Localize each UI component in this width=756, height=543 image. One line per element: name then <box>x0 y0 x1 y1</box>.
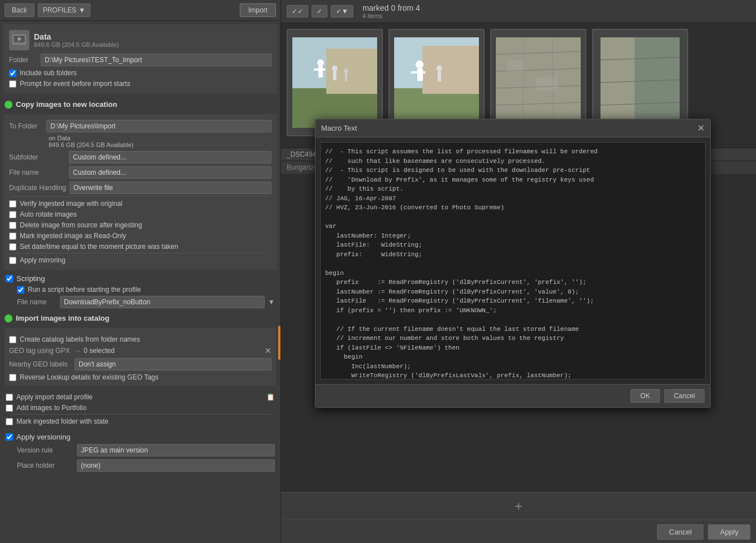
prompt-event-label: Prompt for event before import starts <box>20 80 130 88</box>
versioning-checkbox[interactable] <box>6 433 13 441</box>
copy-dot-icon <box>5 101 12 109</box>
portfolio-checkbox[interactable] <box>6 404 13 412</box>
checkmark-all-button[interactable]: ✓✓ <box>287 5 308 18</box>
import-detail-row: Apply import detail profile 📋 <box>6 393 275 401</box>
setdatetime-row: Set date/time equal to the moment pictur… <box>9 243 271 251</box>
verify-checkbox[interactable] <box>9 200 16 208</box>
reverse-lookup-row: Reverse Lookup details for existing GEO … <box>9 373 271 381</box>
reverse-lookup-label: Reverse Lookup details for existing GEO … <box>20 373 158 381</box>
svg-rect-33 <box>535 77 558 91</box>
geo-clear-button[interactable]: ✕ <box>265 346 271 355</box>
svg-point-21 <box>437 66 442 71</box>
autorotate-checkbox[interactable] <box>9 211 16 218</box>
script-file-label: File name <box>17 298 57 306</box>
source-folder-select[interactable]: D:\My Pictures\TEST_To_Import <box>41 54 271 66</box>
cancel-button[interactable]: Cancel <box>657 524 703 540</box>
svg-rect-3 <box>14 43 25 44</box>
run-before-label: Run a script before starting the profile <box>28 286 141 294</box>
dialog-cancel-button[interactable]: Cancel <box>664 389 705 403</box>
svg-point-18 <box>416 61 424 68</box>
source-title: Data <box>34 32 119 41</box>
version-rule-row: Version rule JPEG as main version <box>17 444 275 456</box>
svg-point-11 <box>332 66 338 71</box>
version-rule-select[interactable]: JPEG as main version <box>77 444 275 456</box>
apply-button[interactable]: Apply <box>708 524 750 540</box>
bottom-options: Apply import detail profile 📋 Add images… <box>0 388 280 428</box>
portfolio-row: Add images to Portfolio <box>6 404 275 412</box>
import-detail-label: Apply import detail profile <box>16 393 93 401</box>
import-detail-icon[interactable]: 📋 <box>266 393 275 401</box>
scripting-checkbox[interactable] <box>6 275 13 282</box>
mirroring-row: Apply mirroring <box>9 256 271 264</box>
reverse-lookup-checkbox[interactable] <box>9 374 16 381</box>
placeholder-label: Place holder <box>17 462 74 469</box>
scrollbar-track[interactable] <box>278 0 280 543</box>
geo-value: 0 selected <box>84 347 115 355</box>
svg-rect-19 <box>417 68 423 81</box>
scripting-label: Scripting <box>16 274 45 283</box>
copy-section: To Folder D:\My Pictures\Import on Data … <box>3 114 277 270</box>
add-icon: + <box>515 498 522 514</box>
top-bar: Back PROFILES ▼ Import <box>0 0 280 21</box>
to-folder-label: To Folder <box>9 122 43 130</box>
scripting-indent: Run a script before starting the profile… <box>17 286 275 308</box>
setdatetime-label: Set date/time equal to the moment pictur… <box>20 243 178 251</box>
nearby-geo-select[interactable]: Don't assign <box>75 358 271 370</box>
count-main: marked 0 from 4 <box>362 3 420 12</box>
profiles-label: PROFILES <box>43 6 76 14</box>
filename-select[interactable]: Custom defined... <box>69 166 271 179</box>
svg-point-2 <box>18 37 21 41</box>
source-folder-label: Folder <box>9 56 37 64</box>
add-bar[interactable]: + <box>281 492 756 520</box>
geo-label: GEO tag using GPX <box>9 347 71 355</box>
setdatetime-checkbox[interactable] <box>9 243 16 251</box>
include-subfolders-row: Include sub folders <box>9 69 271 77</box>
to-folder-select[interactable]: D:\My Pictures\Import <box>46 120 271 132</box>
nearby-geo-row: Nearby GEO labels Don't assign <box>9 358 271 370</box>
script-file-select[interactable]: DownloadByPrefix_noButton <box>60 296 265 308</box>
duplicate-select[interactable]: Overwrite file <box>70 182 271 194</box>
subfolder-select[interactable]: Custom defined... <box>69 151 271 163</box>
subfolder-label: Subfolder <box>9 153 66 161</box>
prompt-event-checkbox[interactable] <box>9 80 16 88</box>
versioning-header-row: Apply versioning <box>6 433 275 441</box>
autorotate-row: Auto rotate images <box>9 210 271 218</box>
checkmark-button[interactable]: ✓ <box>312 5 327 18</box>
catalog-labels-checkbox[interactable] <box>9 336 16 343</box>
markreadonly-label: Mark ingested image as Read-Only <box>20 232 126 240</box>
dialog-ok-button[interactable]: OK <box>630 389 659 403</box>
markreadonly-checkbox[interactable] <box>9 232 16 240</box>
scripting-section: Scripting Run a script before starting t… <box>0 272 280 311</box>
include-subfolders-label: Include sub folders <box>20 69 77 77</box>
catalog-section: Create catalog labels from folder names … <box>0 326 280 388</box>
catalog-section-title: Import images into catalog <box>16 314 109 322</box>
delete-checkbox[interactable] <box>9 222 16 229</box>
svg-point-8 <box>317 59 324 66</box>
uncheck-button[interactable]: ✓▼ <box>331 5 353 18</box>
autorotate-label: Auto rotate images <box>20 210 77 218</box>
run-before-checkbox[interactable] <box>17 286 24 294</box>
import-detail-checkbox[interactable] <box>6 394 13 401</box>
svg-rect-17 <box>422 46 479 94</box>
svg-rect-20 <box>411 71 425 74</box>
include-subfolders-checkbox[interactable] <box>9 70 16 77</box>
mark-folder-checkbox[interactable] <box>6 418 13 425</box>
placeholder-select[interactable]: (none) <box>77 459 275 472</box>
portfolio-label: Add images to Portfolio <box>16 404 87 412</box>
delete-row: Delete image from source after ingesting <box>9 221 271 229</box>
macro-dialog: Macro Text ✕ // - This script assumes th… <box>315 119 711 408</box>
geo-row: GEO tag using GPX ··· 0 selected ✕ <box>9 346 271 355</box>
svg-rect-9 <box>318 66 323 77</box>
mirroring-checkbox[interactable] <box>9 257 16 264</box>
import-button[interactable]: Import <box>240 3 276 17</box>
svg-rect-22 <box>438 71 441 81</box>
verify-label: Verify ingested image with original <box>20 200 122 208</box>
placeholder-row: Place holder (none) <box>17 459 275 472</box>
svg-rect-14 <box>345 74 347 81</box>
back-button[interactable]: Back <box>5 3 34 17</box>
profiles-button[interactable]: PROFILES ▼ <box>38 3 90 17</box>
code-area[interactable]: // - This script assumes the list of pro… <box>320 142 706 380</box>
dialog-close-button[interactable]: ✕ <box>697 123 705 133</box>
versioning-label: Apply versioning <box>16 433 70 441</box>
scrollbar-thumb <box>278 326 280 360</box>
